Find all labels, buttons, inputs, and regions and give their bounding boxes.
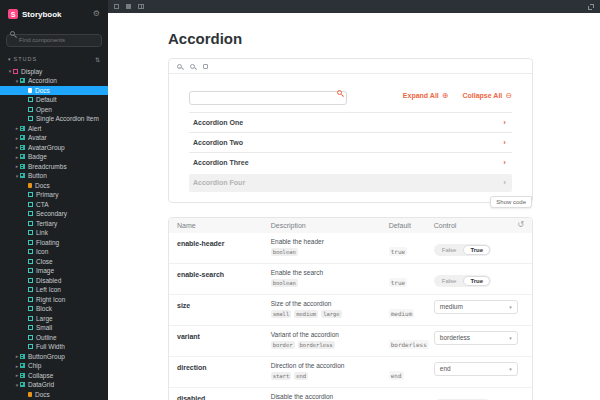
toggle-option-true[interactable]: True	[463, 245, 490, 255]
sidebar-item-secondary[interactable]: Secondary	[0, 209, 108, 219]
control-select[interactable]: medium▾	[434, 300, 518, 314]
search-icon	[337, 90, 342, 95]
table-row: enable-headerEnable the headerbooleantru…	[169, 233, 532, 263]
story-icon	[28, 344, 33, 349]
story-icon	[28, 107, 33, 112]
sidebar-item-label: Avatar	[28, 134, 47, 141]
sidebar-item-disabled[interactable]: Disabled	[0, 276, 108, 286]
prop-description-text: Variant of the accordion	[271, 331, 389, 338]
sidebar-item-breadcrumbs[interactable]: ▸Breadcrumbs	[0, 162, 108, 172]
sidebar-item-icon[interactable]: Icon	[0, 247, 108, 257]
sidebar-item-left-icon[interactable]: Left Icon	[0, 285, 108, 295]
prop-description: Variant of the accordionborderborderless	[271, 331, 389, 349]
grid-icon[interactable]	[138, 4, 144, 9]
panel-toggle-icon[interactable]	[126, 4, 131, 9]
sidebar-item-alert[interactable]: ▸Alert	[0, 124, 108, 134]
sidebar-item-large[interactable]: Large	[0, 314, 108, 324]
prop-control: medium▾	[434, 300, 524, 314]
sidebar-item-label: Icon	[36, 248, 48, 255]
sidebar-item-label: Tertiary	[36, 220, 57, 227]
sidebar-item-image[interactable]: Image	[0, 266, 108, 276]
toggle-option-true[interactable]: True	[463, 276, 490, 286]
toggle-option-false[interactable]: False	[435, 245, 464, 255]
sidebar-item-datagrid[interactable]: ▾DataGrid	[0, 380, 108, 390]
sidebar-item-label: Image	[36, 267, 54, 274]
prop-description: Enable the searchboolean	[271, 269, 389, 287]
show-code-button[interactable]: Show code	[490, 196, 532, 208]
prop-type-tokens: startend	[271, 372, 389, 380]
story-icon	[28, 316, 33, 321]
sidebar-item-single-accordion-item[interactable]: Single Accordion Item	[0, 114, 108, 124]
sidebar-item-label: Alert	[28, 125, 41, 132]
sidebar-item-default[interactable]: Default	[0, 95, 108, 105]
sidebar-item-close[interactable]: Close	[0, 257, 108, 267]
circle-minus-icon: ⊖	[505, 91, 512, 100]
sidebar-item-cta[interactable]: CTA	[0, 200, 108, 210]
sidebar-item-right-icon[interactable]: Right Icon	[0, 295, 108, 305]
sidebar-item-floating[interactable]: Floating	[0, 238, 108, 248]
prop-type-token: boolean	[271, 279, 298, 287]
sidebar-item-primary[interactable]: Primary	[0, 190, 108, 200]
sidebar-toggle-icon[interactable]	[114, 4, 119, 9]
canvas-toolbar	[108, 0, 600, 13]
prop-control: FalseTrue	[434, 393, 524, 400]
prop-default: true	[389, 238, 434, 258]
preview-search-input[interactable]	[189, 91, 347, 105]
expand-all-button[interactable]: Expand All ⊕	[403, 91, 449, 100]
sidebar-item-small[interactable]: Small	[0, 323, 108, 333]
prop-type-tokens: boolean	[271, 279, 389, 287]
accordion-item[interactable]: Accordion Four›	[189, 174, 512, 192]
sidebar-item-chip[interactable]: ▸Chip	[0, 361, 108, 371]
component-icon	[20, 173, 25, 178]
accordion-item[interactable]: Accordion Three›	[189, 152, 512, 172]
sidebar-item-block[interactable]: Block	[0, 304, 108, 314]
sidebar-item-outline[interactable]: Outline	[0, 333, 108, 343]
reset-zoom-icon[interactable]	[203, 64, 208, 69]
prop-description: Disable the accordionboolean	[271, 393, 389, 400]
prop-control: FalseTrue	[434, 238, 524, 256]
sidebar-item-docs[interactable]: Docs	[0, 181, 108, 191]
sidebar-item-open[interactable]: Open	[0, 105, 108, 115]
sidebar-item-full-width[interactable]: Full Width	[0, 342, 108, 352]
preview-toolbar: + -	[169, 59, 532, 74]
sidebar-item-collapse[interactable]: ▸Collapse	[0, 371, 108, 381]
expand-collapse-all-icon[interactable]: ⇅	[95, 56, 100, 63]
reset-controls-icon[interactable]: ↺	[517, 220, 524, 229]
control-select[interactable]: end▾	[434, 362, 518, 376]
col-header-control: Control	[434, 222, 524, 229]
sidebar-item-accordion[interactable]: ▾Accordion	[0, 76, 108, 86]
sidebar: S Storybook ⚙ ▾ STUDS ⇅ ▾Display▾Accordi…	[0, 0, 108, 400]
accordion-item[interactable]: Accordion Two›	[189, 132, 512, 152]
sidebar-item-label: Outline	[36, 334, 57, 341]
sidebar-item-buttongroup[interactable]: ▸ButtonGroup	[0, 352, 108, 362]
sidebar-item-badge[interactable]: ▸Badge	[0, 152, 108, 162]
sidebar-search-input[interactable]	[6, 34, 102, 47]
sidebar-item-docs[interactable]: Docs	[0, 86, 108, 96]
chevron-right-icon: ›	[503, 118, 506, 127]
sidebar-item-avatargroup[interactable]: ▸AvatarGroup	[0, 143, 108, 153]
prop-type-tokens: boolean	[271, 248, 389, 256]
control-toggle[interactable]: FalseTrue	[434, 275, 491, 287]
component-icon	[20, 126, 25, 131]
sidebar-item-avatar[interactable]: ▸Avatar	[0, 133, 108, 143]
circle-plus-icon: ⊕	[442, 91, 449, 100]
sidebar-item-link[interactable]: Link	[0, 228, 108, 238]
document-icon	[28, 88, 32, 94]
story-icon	[28, 192, 33, 197]
sidebar-item-display[interactable]: ▾Display	[0, 67, 108, 77]
toggle-option-false[interactable]: False	[435, 276, 464, 286]
zoom-out-icon[interactable]: -	[190, 64, 195, 69]
fullscreen-icon[interactable]	[588, 4, 594, 10]
sidebar-item-button[interactable]: ▾Button	[0, 171, 108, 181]
stories-section-header[interactable]: ▾ STUDS ⇅	[0, 51, 108, 66]
gear-icon[interactable]: ⚙	[93, 10, 100, 18]
accordion-item[interactable]: Accordion One›	[189, 112, 512, 132]
prop-default: borderless	[389, 331, 434, 351]
sidebar-item-tertiary[interactable]: Tertiary	[0, 219, 108, 229]
collapse-all-button[interactable]: Collapse All ⊖	[462, 91, 512, 100]
control-select[interactable]: borderless▾	[434, 331, 518, 345]
sidebar-item-docs[interactable]: Docs	[0, 390, 108, 400]
zoom-in-icon[interactable]: +	[177, 64, 182, 69]
control-toggle[interactable]: FalseTrue	[434, 244, 491, 256]
prop-name: enable-header	[177, 238, 271, 247]
